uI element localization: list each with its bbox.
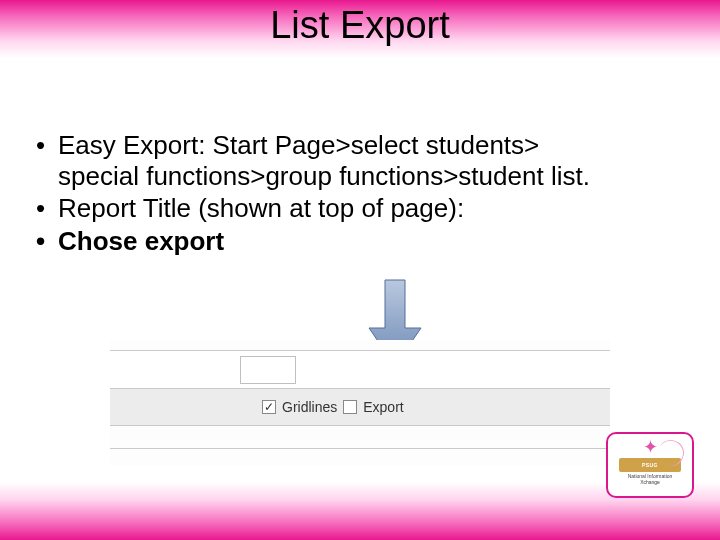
text-input[interactable] [240,356,296,384]
bullet-3: Chose export [30,226,690,257]
export-label: Export [363,399,403,415]
screenshot-row-input [110,350,610,388]
page-title: List Export [0,4,720,47]
bullet-1: Easy Export: Start Page>select students>… [30,130,690,191]
bullet-list: Easy Export: Start Page>select students>… [30,130,690,259]
logo-sub: National Information Xchange [628,474,673,485]
screenshot-row-checkboxes: ✓ Gridlines Export [110,388,610,426]
star-icon: ✦ [643,438,658,456]
bullet-1-line2: special functions>group functions>studen… [58,161,590,191]
bullet-2: Report Title (shown at top of page): [30,193,690,224]
slide: List Export Easy Export: Start Page>sele… [0,0,720,540]
logo-sub2: Xchange [640,479,660,485]
export-options-screenshot: ✓ Gridlines Export [110,340,610,465]
bullet-1-line1: Easy Export: Start Page>select students> [58,130,539,160]
psug-logo: ✦ PSUG National Information Xchange [606,432,694,498]
screenshot-divider [110,448,610,449]
gridlines-label: Gridlines [282,399,337,415]
gridlines-checkbox[interactable]: ✓ [262,400,276,414]
export-checkbox[interactable] [343,400,357,414]
